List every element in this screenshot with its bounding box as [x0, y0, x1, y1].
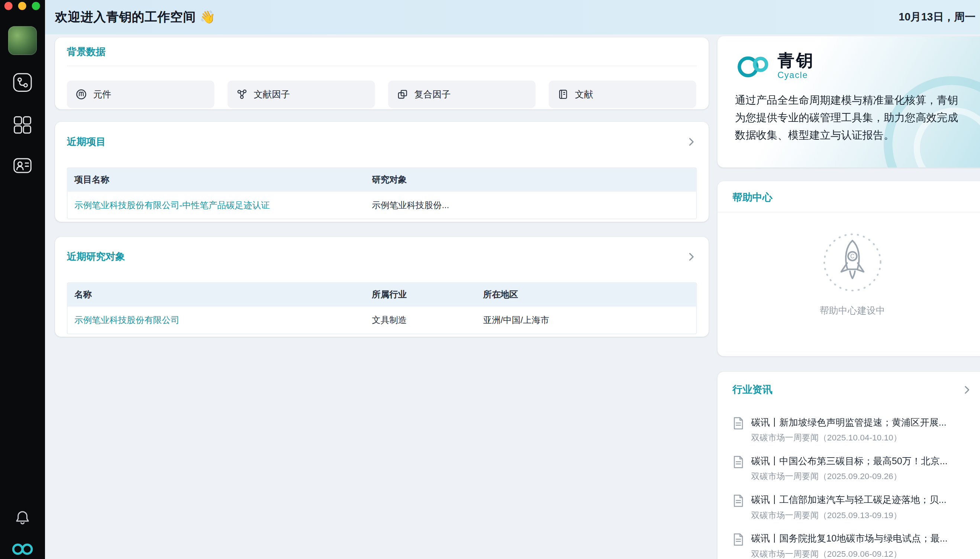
news-item[interactable]: 碳讯丨新加坡绿色声明监管提速；黄浦区开展... 双碳市场一周要闻（2025.10…	[732, 415, 973, 444]
document-icon	[732, 533, 744, 546]
recent-projects-title: 近期项目	[67, 135, 106, 148]
header-date: 10月13日，周一	[899, 0, 975, 34]
literature-factor-button[interactable]: 文献因子	[227, 81, 375, 108]
document-icon	[732, 495, 744, 507]
zoom-window-button[interactable]	[32, 2, 40, 10]
grid-icon	[12, 114, 33, 136]
document-icon	[732, 417, 744, 430]
sidebar-item-projects[interactable]	[0, 72, 45, 93]
table-header-row: 项目名称 研究对象	[68, 168, 696, 191]
project-name-link[interactable]: 示例笔业科技股份有限公司-中性笔产品碳足迹认证	[74, 200, 270, 210]
window-controls	[5, 2, 40, 10]
brand-subtitle: Cyacle	[777, 70, 815, 80]
background-data-title: 背景数据	[67, 46, 697, 59]
workflow-icon	[12, 72, 33, 93]
divider	[67, 66, 697, 66]
brand-name: 青钥	[777, 51, 815, 70]
industry-news-more-button[interactable]	[961, 384, 972, 395]
news-item-subtitle: 双碳市场一周要闻（2025.09.13-09.19）	[752, 509, 947, 522]
chevron-right-icon	[685, 136, 697, 147]
page-title: 欢迎进入青钥的工作空间 👋	[55, 9, 216, 26]
news-list: 碳讯丨新加坡绿色声明监管提速；黄浦区开展... 双碳市场一周要闻（2025.10…	[732, 415, 973, 559]
column-header: 研究对象	[365, 174, 696, 185]
workspace-avatar[interactable]	[8, 26, 37, 55]
industry-news-card: 行业资讯 碳讯丨新加坡绿色声明监管提速；黄浦区开展... 双碳市场一周要闻（20…	[717, 372, 980, 559]
region-cell: 亚洲/中国/上海市	[476, 314, 696, 326]
recent-research-objects-more-button[interactable]	[685, 251, 697, 262]
column-header: 所在地区	[476, 289, 696, 300]
news-item[interactable]: 碳讯丨中国公布第三碳目标；最高50万！北京... 双碳市场一周要闻（2025.0…	[732, 454, 973, 483]
industry-news-title: 行业资讯	[732, 383, 773, 396]
literature-button[interactable]: 文献	[549, 81, 696, 108]
minimize-window-button[interactable]	[18, 2, 26, 10]
news-item[interactable]: 碳讯丨国务院批复10地碳市场与绿电试点；最... 双碳市场一周要闻（2025.0…	[732, 532, 973, 559]
chevron-right-icon	[961, 384, 972, 395]
news-item-subtitle: 双碳市场一周要闻（2025.10.04-10.10）	[752, 432, 947, 445]
cyacle-logo-icon	[0, 542, 45, 556]
table-row: 示例笔业科技股份有限公司 文具制造 亚洲/中国/上海市	[68, 306, 696, 334]
brand-logo-icon	[735, 48, 771, 84]
news-item-title: 碳讯丨新加坡绿色声明监管提速；黄浦区开展...	[752, 415, 947, 428]
table-header-row: 名称 所属行业 所在地区	[68, 283, 696, 306]
literature-icon	[557, 89, 568, 100]
news-item-subtitle: 双碳市场一周要闻（2025.09.06-09.12）	[752, 548, 948, 559]
component-button-label: 元件	[93, 88, 111, 100]
table-row: 示例笔业科技股份有限公司-中性笔产品碳足迹认证 示例笔业科技股份...	[68, 191, 696, 218]
news-item-title: 碳讯丨中国公布第三碳目标；最高50万！北京...	[752, 454, 948, 467]
research-object-name-link[interactable]: 示例笔业科技股份有限公司	[74, 314, 179, 324]
recent-projects-card: 近期项目 项目名称 研究对象 示例笔业科技股份有限公司-中性笔产品碳足迹认证 示…	[55, 122, 709, 222]
background-data-buttons: 元件 文献因子 复合因子	[67, 81, 697, 108]
research-object-cell: 示例笔业科技股份...	[365, 200, 696, 211]
composite-factor-icon	[397, 89, 408, 100]
component-button[interactable]: 元件	[67, 81, 215, 108]
composite-factor-button-label: 复合因子	[414, 88, 450, 100]
column-header: 所属行业	[365, 289, 476, 300]
brand-card: 青钥 Cyacle 通过产品全生命周期建模与精准量化核算，青钥为您提供专业的碳管…	[717, 36, 980, 167]
app-window: 欢迎进入青钥的工作空间 👋 10月13日，周一 背景数据 元件	[0, 0, 980, 559]
help-center-status: 帮助中心建设中	[732, 305, 973, 317]
help-center-title: 帮助中心	[732, 191, 973, 204]
news-item-subtitle: 双碳市场一周要闻（2025.09.20-09.26）	[752, 471, 948, 483]
right-panel: 青钥 Cyacle 通过产品全生命周期建模与精准量化核算，青钥为您提供专业的碳管…	[717, 36, 980, 559]
column-header: 项目名称	[68, 174, 365, 185]
document-icon	[732, 455, 744, 468]
sidebar	[0, 0, 45, 559]
column-header: 名称	[68, 289, 365, 300]
literature-factor-button-label: 文献因子	[253, 88, 290, 100]
recent-research-objects-title: 近期研究对象	[67, 250, 125, 263]
bell-icon	[13, 508, 31, 527]
news-item-title: 碳讯丨国务院批复10地碳市场与绿电试点；最...	[752, 532, 948, 545]
background-data-card: 背景数据 元件 文献因子	[55, 38, 709, 109]
news-item[interactable]: 碳讯丨工信部加速汽车与轻工碳足迹落地；贝... 双碳市场一周要闻（2025.09…	[732, 493, 973, 521]
main-content: 背景数据 元件 文献因子	[55, 38, 709, 352]
chevron-right-icon	[685, 251, 697, 262]
composite-factor-button[interactable]: 复合因子	[388, 81, 536, 108]
recent-projects-more-button[interactable]	[685, 136, 697, 147]
brand-description: 通过产品全生命周期建模与精准量化核算，青钥为您提供专业的碳管理工具集，助力您高效…	[735, 92, 960, 144]
header: 欢迎进入青钥的工作空间 👋 10月13日，周一	[45, 0, 980, 34]
svg-text:C: C	[850, 253, 855, 260]
rocket-icon: C	[823, 232, 882, 292]
sidebar-item-dashboard[interactable]	[0, 114, 45, 136]
recent-research-objects-table: 名称 所属行业 所在地区 示例笔业科技股份有限公司 文具制造 亚洲/中国/上海市	[67, 283, 697, 334]
notifications-button[interactable]	[0, 508, 45, 527]
id-card-icon	[12, 155, 33, 176]
recent-research-objects-card: 近期研究对象 名称 所属行业 所在地区 示例笔业科技股份有限公司 文具制造 亚洲…	[55, 237, 709, 337]
literature-button-label: 文献	[575, 88, 593, 100]
close-window-button[interactable]	[5, 2, 13, 10]
sidebar-item-account[interactable]	[0, 155, 45, 176]
divider	[717, 212, 980, 213]
component-icon	[76, 89, 87, 100]
recent-projects-table: 项目名称 研究对象 示例笔业科技股份有限公司-中性笔产品碳足迹认证 示例笔业科技…	[67, 168, 697, 220]
news-item-title: 碳讯丨工信部加速汽车与轻工碳足迹落地；贝...	[752, 493, 947, 506]
industry-cell: 文具制造	[365, 314, 476, 326]
literature-factor-icon	[236, 89, 247, 100]
help-center-card: 帮助中心 C 帮助中心建设中	[717, 181, 980, 356]
